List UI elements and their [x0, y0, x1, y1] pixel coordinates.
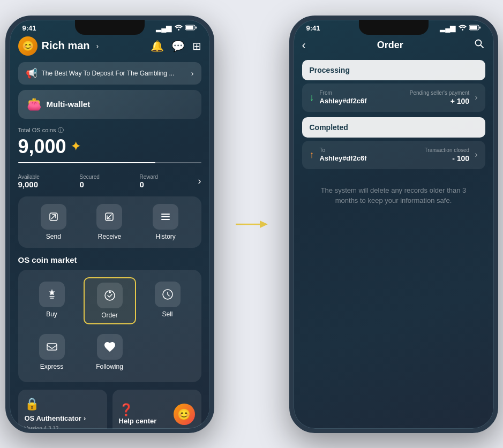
svg-point-11	[109, 291, 111, 293]
send-button[interactable]: Send	[41, 204, 66, 240]
sell-button[interactable]: Sell	[141, 277, 194, 324]
order-info-text: The system will delete any records older…	[302, 174, 485, 217]
completed-label: Completed	[310, 123, 348, 132]
svg-point-20	[476, 40, 482, 46]
processing-address: Ashley#df2c6f	[320, 97, 367, 105]
svg-rect-2	[186, 26, 193, 29]
time-right: 9:41	[306, 24, 320, 32]
wifi-icon	[175, 24, 183, 32]
order-content: ‹ Order Processing ↓ From Pending seller…	[294, 34, 494, 429]
svg-marker-15	[260, 221, 268, 228]
following-icon	[97, 334, 123, 360]
bottom-cards: 🔒 OS Authenticator › Version 4.3.12 ❓ He…	[18, 390, 201, 429]
to-label: To	[320, 147, 326, 153]
available-value: 9,000	[18, 180, 40, 189]
processing-section: Processing ↓ From Pending seller's payme…	[302, 60, 485, 112]
header-icons: 🔔 💬 ⊞	[151, 40, 201, 52]
banner-left: 📢 The Best Way To Deposit For The Gambli…	[26, 67, 175, 79]
coin-label: Total OS coins ⓘ	[18, 126, 201, 134]
express-label: Express	[40, 363, 63, 370]
order-header: ‹ Order	[302, 36, 485, 60]
history-button[interactable]: History	[153, 204, 178, 240]
notch-right	[359, 20, 429, 35]
auth-chevron-icon: ›	[84, 414, 86, 422]
username: Rich man	[42, 40, 90, 52]
announcement-banner[interactable]: 📢 The Best Way To Deposit For The Gambli…	[18, 62, 201, 85]
message-icon[interactable]: 💬	[171, 40, 185, 52]
order-button[interactable]: Order	[84, 277, 136, 324]
receive-label: Receive	[98, 233, 121, 240]
authenticator-icon: 🔒	[25, 397, 101, 411]
order-chevron-icon: ›	[475, 93, 477, 102]
avatar: 😊	[18, 36, 37, 56]
svg-point-9	[51, 294, 52, 295]
authenticator-version: Version 4.3.12	[25, 426, 101, 429]
secured-balance: Secured 0	[80, 174, 100, 189]
search-button[interactable]	[474, 39, 485, 52]
completed-header: Completed	[302, 117, 485, 138]
down-arrow-icon: ↓	[310, 92, 314, 103]
sparkle-icon: ✦	[71, 140, 80, 154]
sell-icon	[155, 282, 181, 307]
up-arrow-icon: ↑	[310, 149, 314, 161]
receive-button[interactable]: Receive	[96, 204, 122, 240]
svg-rect-8	[161, 219, 170, 220]
help-avatar: 😊	[174, 404, 195, 425]
notification-icon[interactable]: 🔔	[151, 40, 164, 52]
secured-value: 0	[80, 180, 100, 189]
chevron-icon: ›	[96, 42, 99, 50]
action-buttons: Send Receive	[18, 196, 201, 248]
authenticator-title: OS Authenticator ›	[25, 414, 101, 422]
secured-label: Secured	[80, 174, 100, 180]
authenticator-card[interactable]: 🔒 OS Authenticator › Version 4.3.12	[18, 390, 107, 429]
multi-wallet-card[interactable]: 👛 Multi-wallet	[18, 90, 201, 119]
order-icon	[97, 283, 123, 308]
svg-rect-7	[161, 216, 170, 217]
following-button[interactable]: Following	[84, 330, 136, 375]
reward-label: Reward	[139, 174, 157, 180]
processing-amount: + 100	[451, 97, 469, 105]
info-icon: ⓘ	[58, 126, 64, 134]
signal-icon: ▂▄▆	[156, 24, 171, 32]
available-label: Available	[18, 174, 40, 180]
buy-button[interactable]: Buy	[26, 277, 78, 324]
balance-more-icon[interactable]: ›	[198, 176, 201, 187]
market-grid: Buy Order S	[18, 270, 201, 382]
battery-icon	[185, 24, 197, 32]
help-center-card[interactable]: ❓ Help center 😊	[112, 390, 201, 429]
history-label: History	[155, 233, 175, 240]
express-icon	[39, 334, 65, 360]
help-title: Help center	[119, 417, 170, 425]
completed-section: Completed ↑ To Transaction closed Ashley…	[302, 117, 485, 169]
progress-bar	[18, 162, 201, 163]
sell-label: Sell	[162, 310, 172, 318]
history-icon	[153, 204, 178, 230]
express-button[interactable]: Express	[26, 330, 78, 375]
available-balance: Available 9,000	[18, 174, 40, 189]
scan-icon[interactable]: ⊞	[192, 40, 201, 52]
send-icon	[41, 204, 66, 230]
processing-header: Processing	[302, 60, 485, 80]
completed-amount: - 100	[452, 154, 469, 163]
notch	[75, 20, 145, 35]
pending-status-label: Pending seller's payment	[410, 90, 469, 96]
back-button[interactable]: ‹	[302, 39, 306, 52]
order-item-bottom: Ashley#df2c6f + 100	[320, 97, 470, 105]
phone-arrow	[236, 216, 268, 232]
processing-label: Processing	[310, 66, 350, 74]
order-title: Order	[377, 40, 403, 51]
receive-icon	[96, 204, 122, 230]
processing-order-item[interactable]: ↓ From Pending seller's payment Ashley#d…	[302, 83, 485, 112]
wallet-header: 😊 Rich man › 🔔 💬 ⊞	[18, 36, 201, 56]
svg-rect-3	[196, 26, 197, 28]
svg-rect-6	[161, 214, 170, 215]
wallet-content: 😊 Rich man › 🔔 💬 ⊞ 📢 The Best Way To Dep…	[10, 34, 210, 429]
svg-rect-18	[470, 26, 477, 29]
completed-order-item[interactable]: ↑ To Transaction closed Ashley#df2c6f - …	[302, 141, 485, 169]
banner-arrow-icon: ›	[191, 69, 194, 78]
completed-address: Ashley#df2c6f	[320, 154, 367, 162]
reward-balance: Reward 0	[139, 174, 157, 189]
battery-icon-right	[469, 24, 481, 32]
user-info[interactable]: 😊 Rich man ›	[18, 36, 99, 56]
order-item-content: From Pending seller's payment Ashley#df2…	[320, 90, 470, 105]
